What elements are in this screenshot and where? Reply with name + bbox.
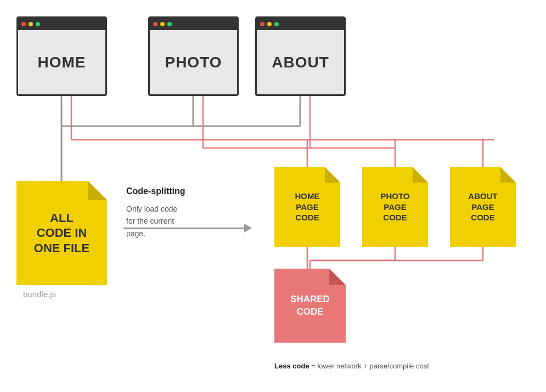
dot-green xyxy=(36,22,40,26)
about-browser: ABOUT xyxy=(255,16,346,96)
code-splitting-section: Code-splitting Only load code for the cu… xyxy=(126,186,185,240)
footer-text: Less code = lower network + parse/compil… xyxy=(274,362,429,370)
arrow-head xyxy=(244,224,252,232)
bundle-js-label: bundle.js xyxy=(23,289,56,299)
dot-yellow xyxy=(160,22,165,26)
photo-label: PHOTO xyxy=(150,30,237,94)
dot-yellow xyxy=(267,22,272,26)
footer-bold: Less code xyxy=(274,362,309,370)
home-page-code-file: HOME PAGE CODE xyxy=(274,167,340,247)
dot-yellow xyxy=(29,22,33,26)
code-splitting-label: Code-splitting xyxy=(126,186,185,196)
all-code-text: ALL CODE IN ONE FILE xyxy=(34,211,89,256)
dot-red xyxy=(153,22,157,26)
dot-green xyxy=(274,22,279,26)
dot-red xyxy=(260,22,264,26)
photo-browser: PHOTO xyxy=(148,16,239,96)
dot-red xyxy=(21,22,26,26)
home-page-code-text: HOME PAGE CODE xyxy=(295,191,320,223)
footer-rest: = lower network + parse/compile cost xyxy=(309,362,429,370)
description-text: Only load code for the current page. xyxy=(126,203,185,240)
dot-green xyxy=(167,22,172,26)
about-page-code-file: ABOUT PAGE CODE xyxy=(450,167,516,247)
home-label: HOME xyxy=(18,30,105,94)
photo-titlebar xyxy=(150,18,237,30)
shared-code-file: SHARED CODE xyxy=(274,269,346,343)
photo-page-code-file: PHOTO PAGE CODE xyxy=(362,167,428,247)
shared-code-text: SHARED CODE xyxy=(290,293,330,317)
home-titlebar xyxy=(18,18,105,30)
about-titlebar xyxy=(257,18,344,30)
all-code-file: ALL CODE IN ONE FILE xyxy=(16,181,107,285)
about-label: ABOUT xyxy=(257,30,344,94)
home-browser: HOME xyxy=(16,16,107,96)
about-page-code-text: ABOUT PAGE CODE xyxy=(468,191,497,223)
photo-page-code-text: PHOTO PAGE CODE xyxy=(380,191,409,223)
